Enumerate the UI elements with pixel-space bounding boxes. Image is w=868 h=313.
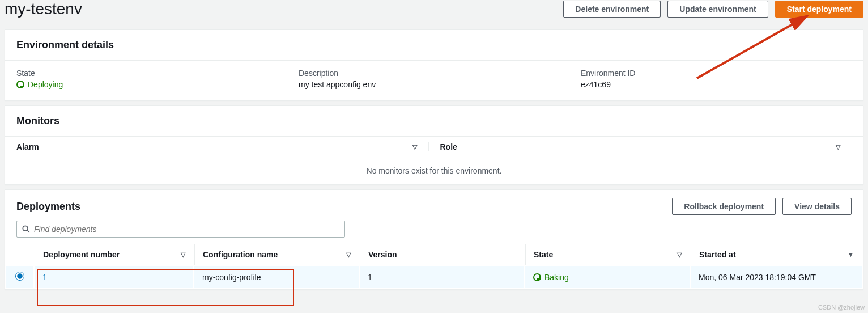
description-label: Description [299,69,569,78]
sort-icon: ▽ [677,251,682,259]
environment-details-title: Environment details [5,30,863,60]
detail-state: State Deploying [16,69,287,89]
col-deployment-number[interactable]: Deployment number▽ [35,244,193,265]
monitors-col-alarm[interactable]: Alarm ▽ [16,142,429,151]
sort-icon: ▽ [412,143,417,151]
col-started-at[interactable]: Started at▼ [691,244,862,265]
monitors-col-role[interactable]: Role ▽ [429,142,852,151]
state-label: State [16,69,287,78]
state-cell: Baking [544,273,569,282]
monitors-empty-message: No monitors exist for this environment. [5,157,863,184]
envid-label: Environment ID [581,69,852,78]
config-name-cell: my-config-profile [194,266,359,288]
page-title: my-testenv [5,0,82,18]
monitors-panel: Monitors Alarm ▽ Role ▽ No monitors exis… [5,105,863,185]
update-environment-button[interactable]: Update environment [667,1,768,18]
deployment-number-link[interactable]: 1 [42,273,47,282]
search-input[interactable] [16,221,345,238]
watermark: CSDN @zhojiew [818,304,865,311]
deployments-table: Deployment number▽ Configuration name▽ V… [5,243,863,289]
sort-icon: ▼ [848,251,854,258]
col-state[interactable]: State▽ [525,244,690,265]
start-deployment-button[interactable]: Start deployment [775,1,863,18]
detail-description: Description my test appconfig env [299,69,569,89]
detail-envid: Environment ID ez41c69 [581,69,852,89]
rollback-deployment-button[interactable]: Rollback deployment [672,198,776,215]
svg-line-1 [27,230,29,232]
sort-icon: ▽ [346,251,351,259]
col-version[interactable]: Version [360,244,524,265]
svg-point-0 [23,226,28,231]
page-header: my-testenv Delete environment Update env… [0,0,868,25]
envid-value: ez41c69 [581,80,852,89]
header-actions: Delete environment Update environment St… [563,1,863,18]
sort-icon: ▽ [181,251,185,259]
monitors-title: Monitors [5,106,863,136]
version-cell: 1 [360,266,524,288]
col-select [6,244,33,265]
deployments-panel: Deployments Rollback deployment View det… [5,189,863,290]
environment-details-panel: Environment details State Deploying Desc… [5,29,863,101]
delete-environment-button[interactable]: Delete environment [563,1,661,18]
col-configuration-name[interactable]: Configuration name▽ [194,244,359,265]
search-icon [22,225,30,233]
started-at-cell: Mon, 06 Mar 2023 18:19:04 GMT [691,266,862,288]
table-row[interactable]: 1 my-config-profile 1 Baking Mon, 06 Mar… [6,266,862,288]
state-value: Deploying [28,80,63,89]
deploying-status-icon [16,81,24,88]
view-details-button[interactable]: View details [782,198,852,215]
row-radio[interactable] [15,272,24,281]
deployments-title: Deployments [16,201,80,213]
sort-icon: ▽ [836,143,840,151]
description-value: my test appconfig env [299,80,569,89]
baking-status-icon [533,273,541,281]
